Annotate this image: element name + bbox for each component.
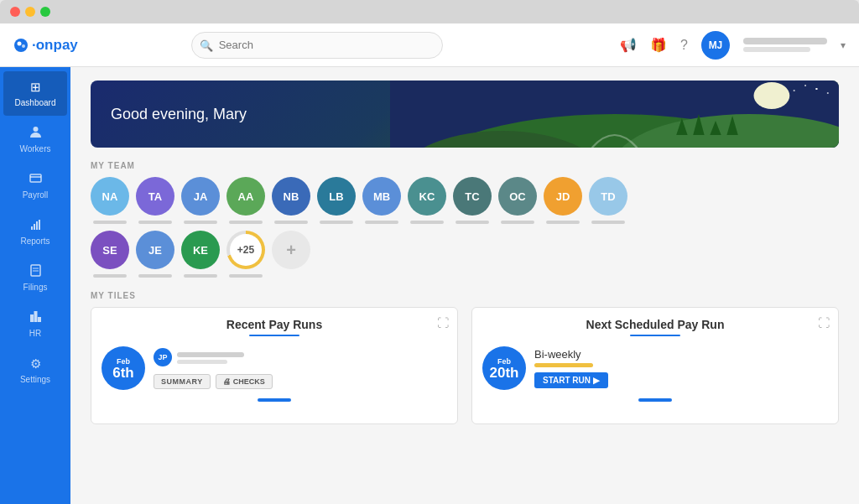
team-avatar-jd: JD [544, 177, 582, 216]
svg-rect-8 [36, 221, 38, 230]
tile-underline-recent [249, 335, 299, 336]
pay-avatar: JP [154, 348, 172, 366]
team-bar-td [591, 221, 625, 224]
tile-expand-next[interactable]: ⛶ [818, 316, 830, 330]
pay-actions: SUMMARY 🖨 CHECKS [154, 374, 447, 389]
team-member-je[interactable]: JE [136, 231, 174, 278]
checks-button[interactable]: 🖨 CHECKS [216, 374, 273, 389]
more-count: +25 [230, 234, 262, 266]
next-month: Feb [497, 357, 511, 366]
minimize-button[interactable] [25, 7, 35, 17]
tile-title-next: Next Scheduled Pay Run [482, 318, 828, 331]
svg-point-1 [18, 41, 22, 45]
team-avatar-je: JE [136, 231, 174, 269]
team-bar-jd [546, 221, 580, 224]
svg-rect-7 [34, 224, 35, 230]
team-bar-tc [456, 221, 489, 224]
team-member-more[interactable]: +25 [226, 231, 265, 278]
team-member-ja[interactable]: JA [181, 177, 220, 224]
filings-icon [29, 264, 42, 279]
team-member-td[interactable]: TD [589, 177, 627, 224]
svg-point-0 [14, 39, 28, 52]
workers-icon [29, 126, 42, 141]
sidebar-item-settings[interactable]: ⚙ Settings [3, 348, 67, 392]
team-bar-ja [184, 221, 217, 224]
svg-rect-6 [31, 226, 33, 230]
summary-button[interactable]: SUMMARY [154, 374, 211, 389]
pay-day: 6th [112, 366, 134, 380]
user-info [743, 38, 827, 52]
team-member-kc[interactable]: KC [408, 177, 446, 224]
maximize-button[interactable] [40, 7, 50, 17]
team-avatar-aa: AA [226, 177, 265, 216]
tile-next-pay-run: ⛶ Next Scheduled Pay Run Feb 20th Bi-wee… [471, 307, 839, 424]
team-avatar-ta: TA [136, 177, 174, 216]
next-run-info: Bi-weekly START RUN ▶ [534, 348, 828, 388]
search-input[interactable] [191, 32, 443, 59]
sidebar-item-filings[interactable]: Filings [3, 256, 67, 300]
tile-bottom-bar-next [638, 398, 672, 402]
team-member-aa[interactable]: AA [226, 177, 265, 224]
settings-icon: ⚙ [30, 356, 41, 372]
tile-expand-recent[interactable]: ⛶ [437, 316, 449, 330]
topbar-actions: 📢 🎁 ? MJ ▾ [620, 31, 846, 60]
search-container: 🔍 [191, 32, 443, 59]
sidebar: ⊞ Dashboard Workers Payroll Reports [0, 67, 70, 504]
team-member-tc[interactable]: TC [453, 177, 492, 224]
team-bar-se [93, 274, 127, 278]
team-member-ke[interactable]: KE [181, 231, 220, 278]
reports-icon [29, 218, 42, 233]
sidebar-item-hr[interactable]: HR [3, 302, 67, 346]
team-member-lb[interactable]: LB [317, 177, 356, 224]
start-run-button[interactable]: START RUN ▶ [534, 372, 608, 388]
team-bar-je [138, 274, 172, 278]
svg-point-27 [827, 92, 829, 94]
user-role-bar [743, 47, 810, 52]
tiles-grid: ⛶ Recent Pay Runs Feb 6th JP [91, 307, 839, 438]
sidebar-item-payroll[interactable]: Payroll [3, 164, 67, 208]
team-member-nb[interactable]: NB [272, 177, 310, 224]
gift-icon[interactable]: 🎁 [650, 37, 667, 53]
team-member-oc[interactable]: OC [498, 177, 537, 224]
team-bar-kc [410, 221, 444, 224]
team-member-ta[interactable]: TA [136, 177, 174, 224]
hr-icon [29, 310, 42, 325]
svg-rect-14 [34, 311, 37, 322]
announcement-icon[interactable]: 📢 [620, 37, 637, 53]
svg-rect-4 [30, 174, 41, 182]
sidebar-item-reports[interactable]: Reports [3, 210, 67, 254]
team-avatar-mb: MB [362, 177, 401, 216]
team-avatar-ke: KE [181, 231, 220, 269]
sidebar-item-workers[interactable]: Workers [3, 117, 67, 162]
team-member-mb[interactable]: MB [362, 177, 401, 224]
team-avatar-nb: NB [272, 177, 310, 216]
svg-point-3 [33, 127, 38, 132]
team-avatar-na: NA [91, 177, 129, 216]
pay-run-row: Feb 6th JP [102, 346, 447, 390]
help-icon[interactable]: ? [680, 38, 688, 53]
team-avatar-kc: KC [408, 177, 446, 216]
team-avatar-more: +25 [226, 231, 265, 269]
team-avatar-ja: JA [181, 177, 220, 216]
user-avatar[interactable]: MJ [701, 31, 730, 60]
my-tiles-label: MY TILES [91, 291, 839, 300]
user-dropdown-icon[interactable]: ▾ [841, 39, 846, 51]
next-run-row: Feb 20th Bi-weekly START RUN ▶ [482, 346, 828, 390]
logo-text: ·onpay [32, 37, 78, 54]
window-chrome [0, 0, 859, 23]
next-day: 20th [490, 366, 519, 380]
team-bar-nb [274, 221, 308, 224]
close-button[interactable] [10, 7, 20, 17]
hero-greeting: Good evening, Mary [111, 106, 247, 123]
team-member-se[interactable]: SE [91, 231, 129, 278]
hero-illustration [390, 81, 839, 148]
team-member-na[interactable]: NA [91, 177, 129, 224]
sidebar-item-dashboard[interactable]: ⊞ Dashboard [3, 71, 67, 116]
team-avatar-lb: LB [317, 177, 356, 216]
team-member-add[interactable]: + [272, 231, 310, 278]
team-member-jd[interactable]: JD [544, 177, 582, 224]
pay-date-badge: Feb 6th [102, 346, 145, 390]
my-team-label: MY TEAM [91, 161, 839, 170]
next-run-frequency: Bi-weekly [534, 348, 828, 361]
dashboard-icon: ⊞ [30, 80, 41, 95]
